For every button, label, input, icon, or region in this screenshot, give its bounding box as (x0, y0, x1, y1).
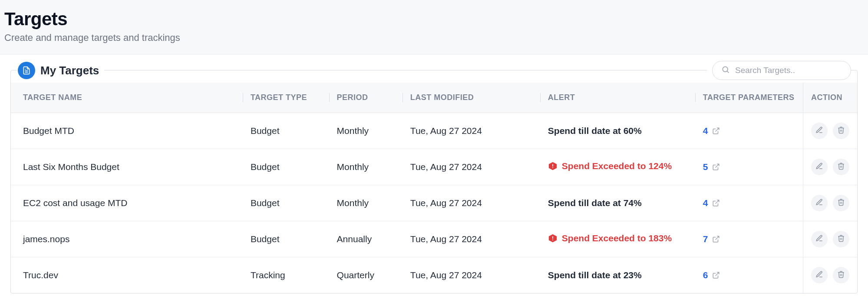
table-row: EC2 cost and usage MTDBudgetMonthlyTue, … (11, 185, 857, 221)
panel-title: My Targets (40, 64, 99, 77)
page-header: Targets Create and manage targets and tr… (0, 0, 868, 54)
alert-icon (548, 161, 558, 171)
edit-icon (815, 270, 823, 280)
col-period: PERIOD (329, 83, 403, 113)
param-count-link[interactable]: 4 (703, 126, 708, 136)
cell-target-parameters: 4 (695, 113, 803, 149)
delete-button[interactable] (833, 123, 849, 139)
cell-action (803, 149, 858, 185)
edit-icon (815, 234, 823, 244)
external-link-icon[interactable] (712, 235, 720, 243)
cell-action (803, 185, 858, 221)
delete-button[interactable] (833, 195, 849, 211)
svg-line-9 (716, 164, 719, 167)
trash-icon (837, 234, 845, 244)
edit-button[interactable] (811, 159, 828, 175)
col-last-modified: LAST MODIFIED (403, 83, 540, 113)
cell-alert: Spend Exceeded to 183% (540, 221, 695, 257)
alert-text: Spend till date at 23% (548, 270, 642, 280)
cell-target-parameters: 5 (695, 149, 803, 185)
delete-button[interactable] (833, 267, 849, 283)
external-link-icon[interactable] (712, 127, 720, 135)
table-row: Truc.devTrackingQuarterlyTue, Aug 27 202… (11, 257, 857, 293)
cell-target-type: Budget (243, 221, 329, 257)
col-alert: ALERT (540, 83, 695, 113)
cell-target-parameters: 6 (695, 257, 803, 293)
cell-action (803, 257, 858, 293)
cell-action (803, 221, 858, 257)
param-count-link[interactable]: 7 (703, 234, 708, 244)
col-target-type: TARGET TYPE (243, 83, 329, 113)
svg-line-10 (716, 200, 719, 203)
edit-icon (815, 162, 823, 172)
cell-action (803, 113, 858, 149)
cell-target-parameters: 7 (695, 221, 803, 257)
svg-line-15 (716, 272, 719, 276)
svg-line-5 (716, 128, 719, 131)
edit-button[interactable] (811, 123, 828, 139)
cell-target-type: Tracking (243, 257, 329, 293)
external-link-icon[interactable] (712, 163, 720, 171)
alert-text: Spend till date at 74% (548, 198, 642, 208)
search-targets-box[interactable] (712, 61, 851, 80)
cell-period: Annually (329, 221, 403, 257)
svg-rect-7 (552, 164, 553, 167)
delete-button[interactable] (833, 231, 849, 247)
table-row: Budget MTDBudgetMonthlyTue, Aug 27 2024S… (11, 113, 857, 149)
svg-rect-13 (552, 240, 553, 240)
my-targets-panel: My Targets TARGET NAME TARGET TYP (10, 70, 858, 293)
alert-icon (548, 233, 558, 243)
table-row: Last Six Months BudgetBudgetMonthlyTue, … (11, 149, 857, 185)
col-target-parameters: TARGET PARAMETERS (695, 83, 803, 113)
edit-button[interactable] (811, 267, 828, 283)
search-icon (721, 65, 730, 76)
param-count-link[interactable]: 5 (703, 162, 708, 172)
svg-rect-12 (552, 236, 553, 239)
svg-point-3 (723, 67, 728, 72)
alert-text: Spend Exceeded to 183% (562, 233, 672, 243)
cell-last-modified: Tue, Aug 27 2024 (403, 113, 540, 149)
col-action: ACTION (803, 83, 858, 113)
delete-button[interactable] (833, 159, 849, 175)
cell-last-modified: Tue, Aug 27 2024 (403, 149, 540, 185)
cell-period: Monthly (329, 113, 403, 149)
external-link-icon[interactable] (712, 271, 720, 279)
cell-last-modified: Tue, Aug 27 2024 (403, 185, 540, 221)
page-title: Targets (4, 9, 864, 30)
alert-text: Spend till date at 60% (548, 126, 642, 136)
cell-period: Monthly (329, 185, 403, 221)
param-count-link[interactable]: 6 (703, 270, 708, 280)
alert-text: Spend Exceeded to 124% (562, 161, 672, 171)
cell-alert: Spend till date at 60% (540, 113, 695, 149)
param-count-link[interactable]: 4 (703, 198, 708, 208)
search-input[interactable] (735, 66, 842, 75)
edit-icon (815, 198, 823, 208)
col-target-name: TARGET NAME (11, 83, 243, 113)
cell-alert: Spend till date at 23% (540, 257, 695, 293)
cell-target-type: Budget (243, 185, 329, 221)
edit-icon (815, 126, 823, 136)
cell-target-name[interactable]: EC2 cost and usage MTD (11, 185, 243, 221)
trash-icon (837, 126, 845, 136)
document-icon (18, 62, 35, 79)
trash-icon (837, 270, 845, 280)
svg-line-14 (716, 236, 719, 240)
cell-alert: Spend Exceeded to 124% (540, 149, 695, 185)
cell-target-name[interactable]: Last Six Months Budget (11, 149, 243, 185)
page-subtitle: Create and manage targets and trackings (4, 32, 864, 43)
external-link-icon[interactable] (712, 199, 720, 207)
cell-target-parameters: 4 (695, 185, 803, 221)
cell-target-name[interactable]: Budget MTD (11, 113, 243, 149)
svg-rect-8 (552, 167, 553, 168)
cell-alert: Spend till date at 74% (540, 185, 695, 221)
cell-target-type: Budget (243, 149, 329, 185)
cell-last-modified: Tue, Aug 27 2024 (403, 257, 540, 293)
cell-target-name[interactable]: Truc.dev (11, 257, 243, 293)
edit-button[interactable] (811, 231, 828, 247)
edit-button[interactable] (811, 195, 828, 211)
targets-table: TARGET NAME TARGET TYPE PERIOD LAST MODI… (11, 83, 857, 293)
cell-period: Quarterly (329, 257, 403, 293)
cell-target-type: Budget (243, 113, 329, 149)
trash-icon (837, 198, 845, 208)
cell-target-name[interactable]: james.nops (11, 221, 243, 257)
